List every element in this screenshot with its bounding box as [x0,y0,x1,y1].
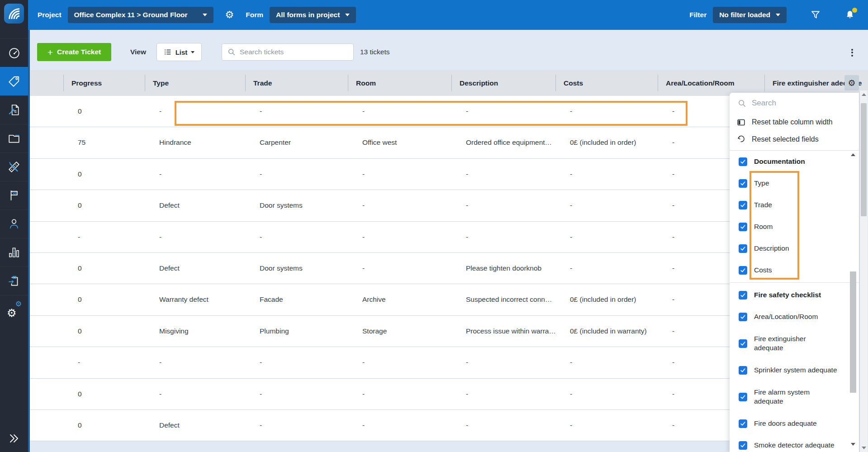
notification-dot [852,8,857,13]
column-header-progress[interactable]: Progress [63,70,145,96]
project-selector[interactable]: Office Complex 11 > Ground Floor [68,7,213,23]
field-toggle-description[interactable]: Description [730,238,859,259]
view-mode-dropdown[interactable]: List [157,43,202,61]
checkbox-checked[interactable] [739,366,747,375]
table-cell: Office west [348,127,451,158]
field-toggle-sprinkler-system-adequate[interactable]: Sprinkler system adequate [730,359,859,381]
sidebar-item-settings[interactable]: ⚙⚙ [0,295,28,324]
sidebar-item-statistics[interactable] [0,238,28,266]
checkbox-checked[interactable] [739,339,747,348]
column-header-description[interactable]: Description [451,70,555,96]
checkbox-checked[interactable] [739,291,747,300]
field-label: Sprinkler system adequate [754,366,837,374]
field-label: Fire extinguisher adequate [754,334,822,352]
list-view-icon [164,48,172,56]
sidebar-item-flags[interactable] [0,181,28,209]
sidebar-item-documents[interactable] [0,124,28,152]
checkbox-checked[interactable] [739,157,747,166]
table-cell: - [348,253,451,284]
field-toggle-trade[interactable]: Trade [730,194,859,216]
field-toggle-room[interactable]: Room [730,216,859,238]
column-header-type[interactable]: Type [145,70,245,96]
table-cell: - [451,96,555,127]
field-label: Smoke detector adequate [754,441,835,449]
funnel-filter-icon[interactable] [810,10,821,20]
checkbox-checked[interactable] [739,419,747,428]
checkbox-checked[interactable] [739,266,747,275]
menu-scrollbar-thumb[interactable] [850,271,856,393]
sidebar-expand-button[interactable] [0,428,28,448]
field-toggle-fire-doors-adequate[interactable]: Fire doors adequate [730,413,859,434]
filter-selector[interactable]: No filter loaded [713,7,787,23]
filter-label: Filter [689,11,707,19]
app-logo[interactable] [4,4,24,24]
view-mode-value: List [175,48,188,56]
search-tickets-input[interactable] [240,48,348,56]
table-cell: - [245,410,348,441]
checkbox-checked[interactable] [739,223,747,231]
reset-column-width-button[interactable]: Reset table column width [730,114,859,131]
table-cell: 0 [63,284,145,315]
scroll-up-arrow-icon[interactable] [851,153,855,156]
notifications-bell-icon[interactable] [844,10,855,20]
more-options-kebab-icon[interactable] [849,47,856,58]
column-header-row-handle [30,70,63,96]
column-header-costs[interactable]: Costs [555,70,658,96]
table-cell: - [145,222,245,252]
ticket-count: 13 tickets [360,43,389,61]
field-toggle-fire-extinguisher-adequate[interactable]: Fire extinguisher adequate [730,328,859,359]
table-columns-icon [737,118,745,127]
sidebar-item-plans[interactable] [0,152,28,181]
plus-icon: + [47,48,53,57]
sidebar-item-forms[interactable] [0,266,28,295]
field-toggle-area-location-room[interactable]: Area/Location/Room [730,306,859,328]
scroll-down-arrow-icon[interactable] [862,447,866,449]
column-header-room[interactable]: Room [348,70,451,96]
scroll-up-arrow-icon[interactable] [862,93,866,96]
field-label: Documentation [754,157,805,166]
field-toggle-smoke-detector-adequate[interactable]: Smoke detector adequate [730,434,859,452]
table-cell: - [555,96,658,127]
field-toggle-documentation[interactable]: Documentation [730,151,859,172]
menu-scrollbar [850,151,856,449]
checkbox-checked[interactable] [739,393,747,401]
field-toggle-costs[interactable]: Costs [730,259,859,281]
column-header-area-location-room[interactable]: Area/Location/Room [658,70,764,96]
table-cell [30,284,63,315]
sidebar-item-contacts[interactable] [0,209,28,238]
table-cell: - [348,159,451,190]
column-header-trade[interactable]: Trade [245,70,348,96]
table-cell: Suspected incorrect conn… [451,284,555,315]
column-settings-button[interactable]: ⚙ [844,75,859,90]
sidebar-item-tickets[interactable] [0,67,28,95]
checkbox-checked[interactable] [739,441,747,450]
field-toggle-fire-safety-checklist[interactable]: Fire safety checklist [730,284,859,306]
table-header-row: ProgressTypeTradeRoomDescriptionCostsAre… [30,70,868,96]
sidebar-nav: ⚙⚙ [0,38,28,324]
field-toggle-fire-alarm-system-adequate[interactable]: Fire alarm system adequate [730,381,859,413]
page-scrollbar-thumb[interactable] [861,103,867,216]
table-cell: - [555,253,658,284]
checkbox-checked[interactable] [739,179,747,188]
project-settings-gear-icon[interactable]: ⚙ [225,9,234,21]
checkbox-checked[interactable] [739,244,747,253]
scroll-down-arrow-icon[interactable] [851,443,855,446]
checkbox-checked[interactable] [739,201,747,209]
field-toggle-type[interactable]: Type [730,172,859,194]
table-cell: - [555,159,658,190]
create-ticket-button[interactable]: + Create Ticket [37,43,111,61]
sidebar-item-reports[interactable] [0,95,28,124]
table-cell: Misgiving [145,316,245,347]
table-cell: - [348,190,451,221]
table-cell [30,347,63,378]
flag-icon [8,189,20,202]
form-selector[interactable]: All forms in project [270,7,356,23]
table-cell: - [348,222,451,252]
menu-search-input[interactable] [752,99,829,108]
checkbox-checked[interactable] [739,313,747,321]
sidebar-item-dashboard[interactable] [0,38,28,67]
reset-selected-fields-button[interactable]: Reset selected fields [730,131,859,148]
table-cell: - [63,347,145,378]
sidebar: ⚙⚙ [0,0,28,452]
table-cell [30,96,63,127]
